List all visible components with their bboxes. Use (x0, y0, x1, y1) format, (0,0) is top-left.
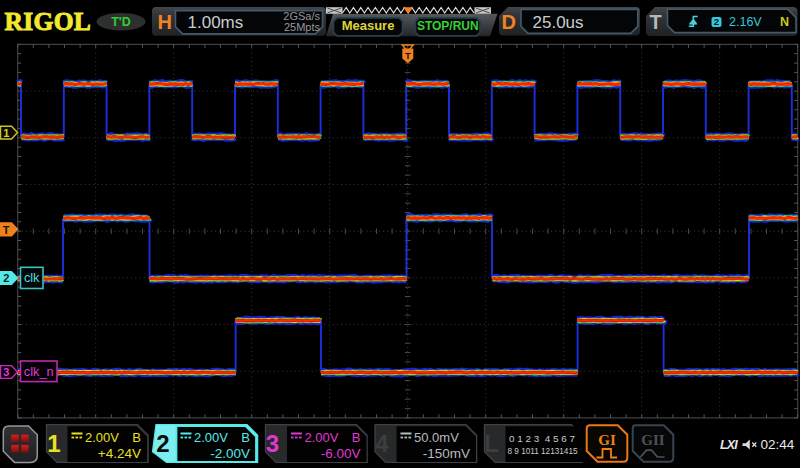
svg-text:2.16V: 2.16V (729, 15, 762, 29)
svg-text:B: B (241, 430, 250, 445)
svg-text:2.00V: 2.00V (305, 430, 339, 445)
svg-text:-150mV: -150mV (423, 446, 470, 461)
svg-text:+4.24V: +4.24V (98, 446, 141, 461)
svg-text:STOP/RUN: STOP/RUN (417, 19, 479, 33)
svg-text:3: 3 (266, 430, 279, 457)
svg-text:RIGOL: RIGOL (5, 7, 91, 36)
svg-text:-2.00V: -2.00V (210, 446, 250, 461)
svg-text:-6.00V: -6.00V (321, 446, 361, 461)
svg-text:4: 4 (375, 430, 389, 457)
svg-text:LXI: LXI (720, 438, 738, 452)
svg-text:B: B (352, 430, 361, 445)
svg-text:T: T (3, 224, 10, 236)
svg-text:50.0mV: 50.0mV (414, 430, 459, 445)
svg-text:Measure: Measure (342, 18, 395, 33)
svg-text:2: 2 (156, 430, 169, 457)
svg-text:T'D: T'D (111, 15, 131, 29)
svg-text:2: 2 (3, 272, 9, 284)
svg-text:8 9 1011 12131415: 8 9 1011 12131415 (508, 445, 578, 456)
svg-text:1: 1 (47, 430, 60, 457)
svg-text:D: D (502, 11, 516, 33)
svg-text:02:44: 02:44 (761, 437, 795, 452)
svg-text:0 1 2 3 4 5 6 7: 0 1 2 3 4 5 6 7 (509, 433, 575, 444)
svg-text:GII: GII (641, 432, 665, 448)
svg-text:2GSa/s: 2GSa/s (283, 10, 320, 22)
svg-text:1: 1 (3, 127, 9, 139)
svg-text:T: T (405, 50, 411, 61)
svg-text:H: H (158, 11, 172, 33)
svg-text:N: N (780, 15, 789, 29)
svg-text:T: T (650, 11, 662, 33)
svg-text:2.00V: 2.00V (85, 430, 119, 445)
svg-text:L: L (484, 430, 499, 457)
svg-text:GI: GI (598, 432, 616, 448)
svg-text:3: 3 (3, 366, 9, 378)
svg-text:25Mpts: 25Mpts (284, 21, 321, 33)
svg-text:clk_n: clk_n (24, 364, 54, 379)
svg-text:25.0us: 25.0us (533, 13, 584, 32)
svg-text:clk: clk (24, 270, 40, 285)
svg-text:1.00ms: 1.00ms (188, 13, 244, 32)
svg-text:B: B (132, 430, 141, 445)
svg-text:2.00V: 2.00V (194, 430, 228, 445)
svg-text:2: 2 (714, 16, 719, 27)
